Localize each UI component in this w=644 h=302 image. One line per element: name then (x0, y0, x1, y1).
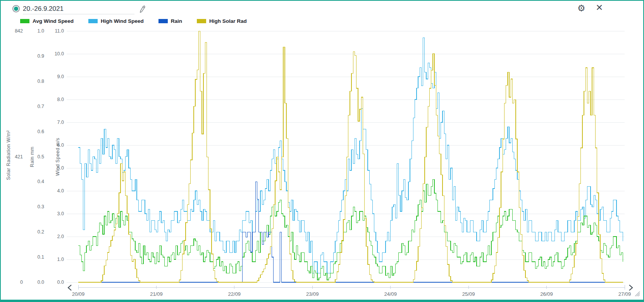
legend-swatch (88, 19, 98, 23)
series-high-solar-rad (78, 31, 623, 282)
rain-tick-label: 0.8 (28, 79, 44, 84)
wind-tick-label: 0.0 (46, 280, 64, 285)
chevron-right-icon[interactable] (629, 285, 633, 292)
legend-item[interactable]: High Solar Rad (197, 18, 247, 24)
settings-gear-icon[interactable]: ⚙ (577, 4, 585, 13)
legend-swatch (158, 19, 168, 23)
legend-label: High Solar Rad (209, 18, 247, 24)
date-range-input[interactable] (23, 4, 134, 14)
rain-tick-label: 1.0 (28, 28, 44, 34)
x-axis-date-label: 25/09 (462, 291, 475, 297)
resize-handle[interactable] (635, 291, 640, 298)
wind-tick-label: 5.0 (46, 165, 64, 171)
wind-tick-label: 4.0 (46, 188, 64, 194)
solar-tick-label: 421 (5, 154, 23, 160)
weather-chart-widget: ⚙ × Avg Wind SpeedHigh Wind SpeedRainHig… (0, 0, 644, 302)
rain-tick-label: 0.9 (28, 53, 44, 59)
rain-tick-label: 0.4 (28, 179, 44, 184)
radio-indicator-icon[interactable] (12, 5, 20, 12)
wind-tick-label: 1.0 (46, 257, 64, 262)
edit-pencil-icon[interactable] (139, 5, 146, 14)
close-icon[interactable]: × (596, 2, 603, 13)
legend-label: High Wind Speed (101, 18, 144, 24)
legend-label: Rain (171, 18, 182, 24)
x-axis-date-label: 24/09 (384, 291, 397, 297)
wind-tick-label: 3.0 (46, 211, 64, 216)
wind-tick-label: 10.0 (46, 51, 64, 57)
wind-tick-label: 8.0 (46, 97, 64, 102)
x-axis-date-label: 26/09 (540, 291, 553, 297)
wind-tick-label: 11.0 (46, 28, 64, 34)
rain-tick-label: 0.0 (28, 280, 44, 285)
wind-tick-label: 2.0 (46, 234, 64, 239)
legend-label: Avg Wind Speed (33, 18, 74, 24)
wind-axis-title: Wind Speed m/s (55, 134, 60, 180)
rain-tick-label: 0.7 (28, 104, 44, 109)
x-axis-date-label: 20/09 (72, 291, 85, 297)
scrollbar-track[interactable] (78, 287, 625, 288)
rain-tick-label: 0.2 (28, 229, 44, 235)
series-avg-wind-speed (78, 180, 623, 280)
wind-tick-label: 9.0 (46, 74, 64, 79)
rain-tick-label: 0.5 (28, 154, 44, 160)
radio-dot (14, 7, 18, 11)
bottom-accent-bar (1, 300, 643, 302)
legend-item[interactable]: Rain (158, 18, 182, 24)
wind-tick-label: 7.0 (46, 120, 64, 125)
x-axis-date-label: 21/09 (150, 291, 163, 297)
rain-tick-label: 0.6 (28, 129, 44, 134)
legend-item[interactable]: Avg Wind Speed (20, 18, 74, 24)
legend: Avg Wind SpeedHigh Wind SpeedRainHigh So… (20, 18, 247, 24)
legend-swatch (197, 19, 206, 23)
legend-item[interactable]: High Wind Speed (88, 18, 144, 24)
series-high-wind-speed (78, 38, 623, 273)
solar-tick-label: 842 (5, 28, 23, 34)
legend-swatch (20, 19, 29, 23)
x-axis-date-label: 23/09 (306, 291, 319, 297)
rain-tick-label: 0.1 (28, 254, 44, 260)
rain-tick-label: 0.3 (28, 204, 44, 209)
wind-tick-label: 6.0 (46, 142, 64, 148)
x-axis-date-label: 22/09 (228, 291, 241, 297)
solar-tick-label: 0 (5, 280, 23, 285)
chart-plot-area[interactable] (78, 31, 625, 283)
chevron-left-icon[interactable] (67, 285, 72, 292)
